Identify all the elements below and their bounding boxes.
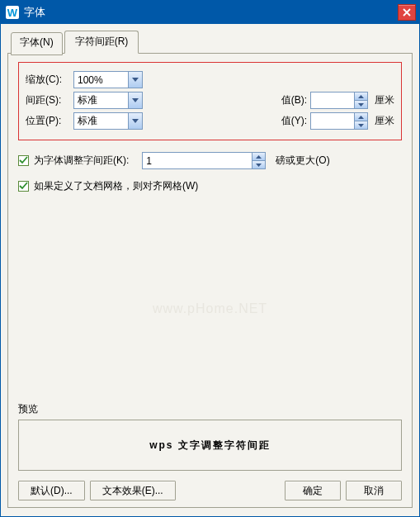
cancel-button[interactable]: 取消 xyxy=(346,481,402,500)
dialog-body: 字体(N) 字符间距(R) 缩放(C): 100% 间距(S): xyxy=(1,24,419,516)
chevron-down-icon xyxy=(132,119,139,123)
position-row: 位置(P): 标准 值(Y): xyxy=(26,112,394,130)
spacing-combo-button[interactable] xyxy=(128,92,142,108)
value-y-unit: 厘米 xyxy=(375,114,394,128)
kerning-spin-up[interactable] xyxy=(252,153,265,161)
default-button[interactable]: 默认(D)... xyxy=(18,481,85,500)
snap-grid-checkbox[interactable] xyxy=(18,181,29,192)
kerning-spin-buttons xyxy=(252,153,265,168)
value-b-spin-buttons xyxy=(354,92,367,108)
tab-font[interactable]: 字体(N) xyxy=(11,32,63,55)
value-y-spin-buttons xyxy=(354,113,367,129)
chevron-down-icon xyxy=(358,124,364,127)
tab-char-spacing[interactable]: 字符间距(R) xyxy=(64,31,139,54)
value-b-label: 值(B): xyxy=(274,93,307,107)
tab-bar: 字体(N) 字符间距(R) xyxy=(7,31,413,54)
kerning-checkbox[interactable] xyxy=(18,155,29,166)
tab-panel: 缩放(C): 100% 间距(S): 标准 xyxy=(7,53,413,508)
value-y-spin-up[interactable] xyxy=(355,113,367,121)
scale-combo[interactable]: 100% xyxy=(73,71,143,88)
kerning-value-spinner[interactable]: 1 xyxy=(142,152,266,169)
button-row: 默认(D)... 文本效果(E)... 确定 取消 xyxy=(18,481,402,500)
scale-row: 缩放(C): 100% xyxy=(26,71,394,88)
kerning-row: 为字体调整字间距(K): 1 磅或更大(O) xyxy=(18,152,402,169)
position-label: 位置(P): xyxy=(26,114,70,128)
scale-label: 缩放(C): xyxy=(26,73,70,87)
close-button[interactable] xyxy=(398,4,416,21)
check-icon xyxy=(19,156,28,165)
snap-grid-label: 如果定义了文档网格，则对齐网格(W) xyxy=(34,179,198,193)
preview-label: 预览 xyxy=(18,402,402,416)
value-b-spinner[interactable] xyxy=(310,92,368,109)
kerning-spin-down[interactable] xyxy=(252,161,265,168)
spacing-row: 间距(S): 标准 值(B): xyxy=(26,92,394,109)
position-combo[interactable]: 标准 xyxy=(73,112,143,130)
check-icon xyxy=(19,182,28,191)
value-b-unit: 厘米 xyxy=(375,93,394,107)
position-combo-button[interactable] xyxy=(128,113,142,129)
chevron-up-icon xyxy=(358,95,364,98)
chevron-down-icon xyxy=(358,103,364,107)
chevron-up-icon xyxy=(358,116,364,119)
watermark: www.pHome.NET xyxy=(153,301,267,316)
spacing-combo[interactable]: 标准 xyxy=(73,92,143,109)
font-dialog: W 字体 字体(N) 字符间距(R) 缩放(C): 100% xyxy=(0,0,420,517)
window-title: 字体 xyxy=(24,5,398,20)
ok-button[interactable]: 确定 xyxy=(285,481,341,500)
position-value: 标准 xyxy=(74,114,128,128)
scale-combo-button[interactable] xyxy=(128,72,142,88)
chevron-down-icon xyxy=(132,78,139,82)
spacing-value: 标准 xyxy=(74,93,128,107)
text-effect-button[interactable]: 文本效果(E)... xyxy=(90,481,176,500)
chevron-down-icon xyxy=(256,164,262,167)
highlight-box: 缩放(C): 100% 间距(S): 标准 xyxy=(18,62,402,140)
value-b-spin-up[interactable] xyxy=(355,92,367,101)
titlebar[interactable]: W 字体 xyxy=(1,1,419,24)
chevron-up-icon xyxy=(256,155,262,159)
chevron-down-icon xyxy=(132,98,139,102)
close-icon xyxy=(403,8,411,17)
value-y-spinner[interactable] xyxy=(310,112,368,130)
value-y-spin-down[interactable] xyxy=(355,121,367,129)
kerning-label: 为字体调整字间距(K): xyxy=(34,154,129,168)
spacing-label: 间距(S): xyxy=(26,93,70,107)
value-y-label: 值(Y): xyxy=(274,114,307,128)
scale-value: 100% xyxy=(74,74,128,86)
preview-text: wps 文字调整字符间距 xyxy=(149,439,271,453)
kerning-unit: 磅或更大(O) xyxy=(276,154,329,168)
preview-box: wps 文字调整字符间距 xyxy=(18,420,402,471)
app-icon: W xyxy=(6,6,19,19)
snap-grid-row: 如果定义了文档网格，则对齐网格(W) xyxy=(18,179,402,193)
kerning-value: 1 xyxy=(143,155,252,167)
value-b-spin-down[interactable] xyxy=(355,101,367,108)
